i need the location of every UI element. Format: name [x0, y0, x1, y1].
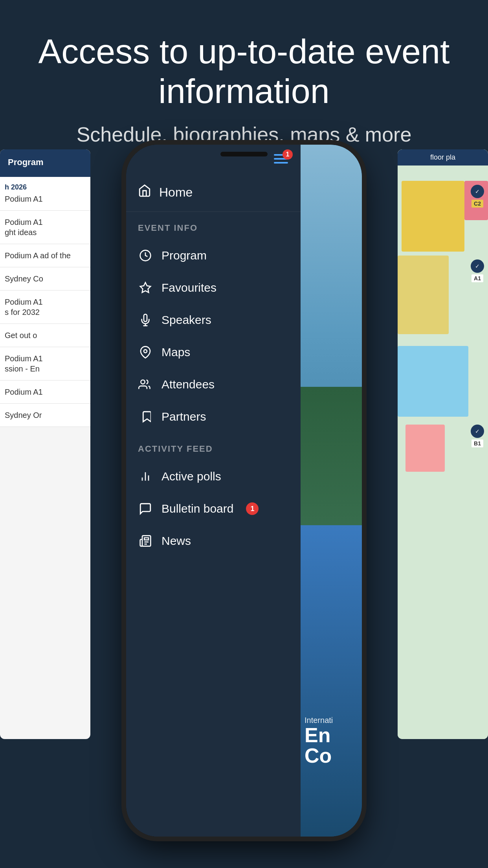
svg-point-4 [144, 349, 147, 353]
bookmark-icon [138, 409, 153, 424]
home-icon [138, 184, 151, 200]
floor-plan-header: floor pla [398, 149, 488, 166]
map-marker-a1: ✓ A1 [471, 259, 484, 282]
mic-icon [138, 313, 153, 327]
program-nav-label: Program [161, 249, 207, 262]
map-marker-b1: ✓ B1 [471, 425, 484, 447]
map-pin-icon [138, 345, 153, 360]
item-text: Podium A1s for 2032 [5, 297, 86, 317]
program-label: Program [8, 157, 43, 167]
header-subtitle: Schedule, biographies, maps & more [16, 123, 472, 146]
drawer-background-area: Internati En Co [301, 145, 362, 837]
favourites-nav-label: Favourites [161, 281, 216, 294]
nav-item-home[interactable]: Home [126, 173, 301, 212]
nav-item-bulletin-board[interactable]: Bulletin board 1 [126, 493, 301, 525]
phone-notch [220, 152, 268, 156]
svg-point-5 [141, 380, 145, 384]
bulletin-board-badge: 1 [246, 502, 259, 515]
chat-icon [138, 501, 153, 516]
clock-icon [138, 248, 153, 263]
item-text: Podium A1ssion - En [5, 353, 86, 374]
nav-item-active-polls[interactable]: Active polls [126, 460, 301, 493]
nav-item-partners[interactable]: Partners [126, 401, 301, 433]
item-text: Podium A1 [5, 387, 86, 397]
people-icon [138, 377, 153, 392]
news-nav-label: News [161, 534, 191, 548]
home-label: Home [159, 185, 193, 200]
nav-item-speakers[interactable]: Speakers [126, 304, 301, 336]
event-title-line1: En [305, 725, 362, 745]
menu-button[interactable]: 1 [271, 151, 291, 167]
left-bg-header: Program [0, 149, 90, 177]
item-text: Podium A1 [5, 194, 86, 204]
item-tag: h 2026 [5, 183, 86, 191]
event-title-overlay: Internati En Co [305, 716, 362, 766]
item-text: Sydney Co [5, 274, 86, 284]
list-item: Podium A1 [0, 381, 90, 404]
navigation-drawer: 1 Home EVENT INFO [126, 145, 362, 837]
svg-marker-1 [140, 283, 151, 292]
event-title-line2: Co [305, 745, 362, 766]
nav-item-maps[interactable]: Maps [126, 336, 301, 368]
drawer-topbar: 1 [126, 145, 301, 173]
bar-chart-icon [138, 469, 153, 484]
nav-item-news[interactable]: News [126, 525, 301, 557]
item-text: Podium A1ght ideas [5, 217, 86, 237]
list-item: Sydney Co [0, 267, 90, 291]
menu-notification-badge: 1 [283, 149, 293, 160]
nav-item-favourites[interactable]: Favourites [126, 272, 301, 304]
list-item: Get out o [0, 324, 90, 347]
bulletin-board-nav-label: Bulletin board [161, 502, 233, 515]
list-item: Podium A ad of the [0, 244, 90, 267]
attendees-nav-label: Attendees [161, 378, 215, 391]
nav-item-program[interactable]: Program [126, 239, 301, 272]
list-item: Sydney Or [0, 404, 90, 427]
speakers-nav-label: Speakers [161, 313, 211, 327]
list-item: Podium A1ssion - En [0, 347, 90, 381]
event-info-section-header: EVENT INFO [126, 212, 301, 239]
item-text: Podium A ad of the [5, 250, 86, 261]
item-text: Get out o [5, 330, 86, 340]
star-icon [138, 280, 153, 295]
list-item: Podium A1s for 2032 [0, 291, 90, 324]
list-item: h 2026 Podium A1 [0, 177, 90, 211]
list-item: Podium A1ght ideas [0, 211, 90, 244]
activity-feed-section-header: ACTIVITY FEED [126, 433, 301, 460]
active-polls-nav-label: Active polls [161, 470, 221, 483]
header-title: Access to up-to-date event information [16, 31, 472, 111]
map-marker-c2: ✓ C2 [471, 185, 484, 208]
nav-item-attendees[interactable]: Attendees [126, 368, 301, 401]
news-icon [138, 533, 153, 548]
maps-nav-label: Maps [161, 346, 190, 359]
phone-screen: 🏴 ⚠ 👤 🔇 📶 ▌▌▌ 45% 🔋 11:21 [126, 145, 362, 837]
item-text: Sydney Or [5, 410, 86, 420]
event-background-image: Internati En Co [301, 145, 362, 837]
map-area: floor pla ✓ C2 ✓ A1 ✓ B1 [398, 149, 488, 739]
right-background-screen: floor pla ✓ C2 ✓ A1 ✓ B1 [398, 149, 488, 739]
left-background-screen: Program h 2026 Podium A1 Podium A1ght id… [0, 149, 90, 739]
partners-nav-label: Partners [161, 410, 206, 423]
drawer-panel: 1 Home EVENT INFO [126, 145, 301, 837]
phone-mockup: 🏴 ⚠ 👤 🔇 📶 ▌▌▌ 45% 🔋 11:21 [126, 145, 362, 837]
